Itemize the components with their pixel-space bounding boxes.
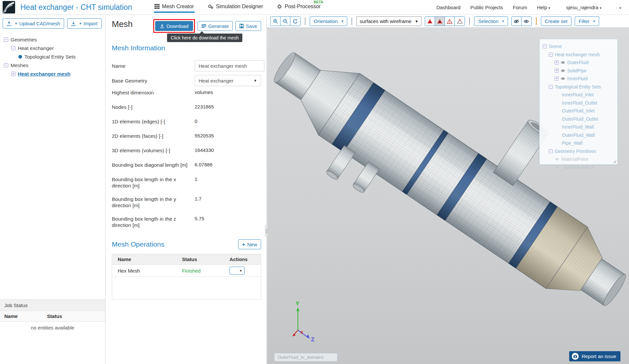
create-set-button[interactable]: Create set (541, 16, 571, 26)
orientation-button[interactable]: Orientation ▾ (310, 16, 347, 26)
new-operation-button[interactable]: + New (238, 239, 261, 249)
selection-button[interactable]: Selection ▾ (474, 16, 508, 26)
show-selected-button[interactable] (521, 17, 531, 26)
scene-primitives-node[interactable]: − Geometry Primitives (543, 147, 616, 156)
panel-resize-handle[interactable] (265, 226, 268, 237)
info-row-label: Nodes [-] (112, 104, 195, 110)
generate-icon (202, 24, 206, 28)
viewport-toolbar: Orientation ▾ surfaces with wireframe ▼ (267, 15, 629, 27)
eye-icon[interactable] (561, 69, 565, 72)
info-row-label: Bounding box length in the y direction [… (112, 196, 195, 208)
scene-primitive-basemeshbox[interactable]: _BaseMeshBox (543, 163, 616, 172)
actions-select[interactable]: ▼ (230, 267, 245, 275)
scene-entity-set[interactable]: OuterFluid_Wall (543, 131, 616, 139)
collapse-icon[interactable]: − (549, 53, 553, 57)
tree-item-meshes[interactable]: − Meshes (4, 62, 102, 68)
expand-icon[interactable]: + (11, 72, 15, 76)
import-label: Import (84, 21, 98, 26)
beta-badge: BETA (314, 0, 323, 4)
job-status-col-status: Status (47, 313, 62, 319)
upload-cad-mesh-button[interactable]: ▾ Upload CAD/mesh (3, 18, 64, 29)
base-geometry-label: Base Geometry (112, 78, 195, 84)
collapse-icon[interactable]: − (4, 37, 8, 42)
navbar-extra-menu[interactable]: ▾ (618, 5, 621, 10)
status-badge: Finished (182, 268, 230, 274)
save-button[interactable]: Save (235, 21, 261, 31)
base-geometry-select[interactable]: Heat exchanger ▼ (195, 75, 261, 86)
hide-selected-button[interactable] (512, 17, 521, 26)
eye-icon[interactable] (561, 77, 565, 80)
eye-icon[interactable] (561, 61, 565, 64)
scene-entity-set[interactable]: OuterFluid_Inlet (543, 107, 616, 115)
expand-icon[interactable]: + (555, 77, 559, 81)
generate-button[interactable]: Generate (198, 21, 233, 31)
eye-icon[interactable] (555, 158, 559, 161)
tree-item-geometries[interactable]: − Geometries (4, 36, 102, 43)
tab-simulation-designer[interactable]: Simulation Designer (207, 0, 264, 15)
tree-item-geometry[interactable]: − Heat exchanger (4, 45, 102, 51)
scene-region-outerfluid[interactable]: + OuterFluid (543, 59, 616, 67)
report-issue-button[interactable]: Report an issue (569, 351, 620, 361)
tree-item-mesh[interactable]: + Heat exchanger mesh (4, 71, 102, 77)
scene-entity-sets-node[interactable]: − Topological Entity Sets (543, 83, 616, 91)
caret-down-icon: ▼ (411, 19, 418, 23)
viewport: Orientation ▾ surfaces with wireframe ▼ (267, 15, 629, 364)
nav-forum[interactable]: Forum (513, 5, 527, 10)
scene-mesh-node[interactable]: − Heat exchanger mesh (543, 51, 616, 59)
collapse-icon[interactable]: − (11, 46, 15, 50)
selection-name-input[interactable] (274, 353, 337, 361)
collapse-icon[interactable]: − (543, 44, 547, 48)
caret-down-icon: ▾ (80, 21, 82, 26)
mesh-name-input[interactable] (195, 60, 264, 71)
render-canvas[interactable]: − Scene − Heat exchanger mesh + OuterFlu… (267, 27, 629, 364)
scene-entity-set[interactable]: InnerFluid_Wall (543, 123, 616, 131)
tab-label: Post-Processor (285, 4, 321, 10)
tree-item-entity-sets[interactable]: Topological Entity Sets (4, 54, 102, 60)
tab-post-processor[interactable]: BETA Post-Processor (276, 0, 321, 15)
import-button[interactable]: ▾ Import (67, 18, 102, 29)
filter-button[interactable]: Filter ▾ (575, 16, 599, 26)
collapse-icon[interactable]: − (4, 63, 8, 67)
scene-node[interactable]: − Scene (543, 42, 616, 51)
expand-icon[interactable]: + (555, 61, 559, 64)
caret-down-icon: ▾ (548, 6, 550, 10)
table-row[interactable]: Hex Mesh Finished ▼ (112, 265, 261, 277)
expand-icon[interactable]: + (555, 69, 559, 73)
eye-icon[interactable] (555, 166, 559, 169)
info-row-value: 2231865 (195, 104, 214, 109)
scene-region-solidpipe[interactable]: + SolidPipe (543, 67, 616, 75)
display-mode-select[interactable]: surfaces with wireframe ▼ (356, 16, 422, 26)
user-menu[interactable]: sjesu_rajendra▾ (566, 5, 602, 10)
col-status: Status (182, 256, 230, 262)
nav-dashboard[interactable]: Dashboard (436, 5, 460, 10)
scene-entity-set[interactable]: InnerFluid_Outlet (543, 99, 616, 107)
job-status-title: Job Status (0, 300, 105, 311)
zoom-out-button[interactable] (280, 17, 290, 26)
caret-down-icon: ▼ (239, 269, 242, 273)
scene-entity-set[interactable]: OuterFluid_Outlet (543, 115, 616, 123)
download-button[interactable]: Download (155, 21, 193, 31)
mesh-operations-table: Name Status Actions Hex Mesh Finished ▼ (112, 254, 261, 300)
info-row-value: 0 (195, 118, 197, 124)
job-status-col-name: Name (4, 313, 47, 319)
collapse-icon[interactable]: − (549, 85, 553, 89)
nav-public-projects[interactable]: Public Projects (471, 5, 503, 10)
scene-region-innerfluid[interactable]: + InnerFluid (543, 75, 616, 83)
display-surfaces-wireframe-button[interactable] (435, 17, 445, 26)
info-row-label: Bounding box diagonal length [m] (112, 162, 195, 168)
username: sjesu_rajendra (566, 5, 598, 10)
caret-down-icon: ▾ (341, 19, 343, 23)
zoom-in-button[interactable] (271, 17, 280, 26)
scene-primitive-materialpoint[interactable]: MaterialPoint (543, 155, 616, 163)
display-wireframe-button[interactable] (445, 17, 455, 26)
nav-help-menu[interactable]: Help▾ (537, 5, 550, 10)
scene-entity-set[interactable]: Pipe_Wall (543, 139, 616, 147)
scene-entity-set[interactable]: InnerFluid_Inlet (543, 91, 616, 99)
display-surfaces-button[interactable] (425, 17, 435, 26)
tab-mesh-creator[interactable]: Mesh Creator (154, 0, 195, 15)
upload-icon (7, 21, 12, 26)
collapse-icon[interactable]: − (549, 149, 553, 153)
display-points-button[interactable] (455, 17, 465, 26)
resize-handle-icon[interactable] (613, 160, 617, 163)
refresh-view-button[interactable] (290, 17, 300, 26)
